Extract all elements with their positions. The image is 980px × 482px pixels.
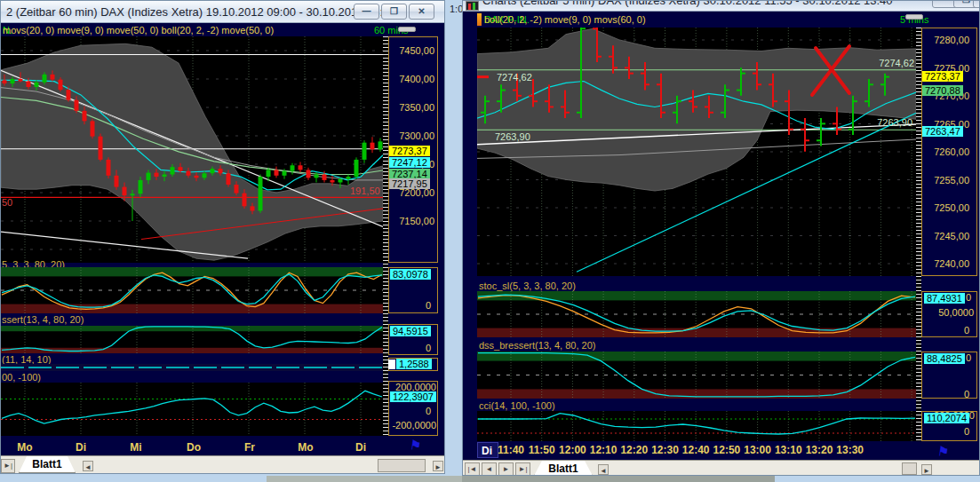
sheet-tab-blatt1[interactable]: Blatt1 <box>534 461 593 476</box>
right-window-titlebar[interactable]: Charts (Zeitbar 5 min) DAX (Indizes Xetr… <box>463 0 979 12</box>
right-main-chart-plot[interactable]: 7274,627263,907274,627263,90 <box>477 28 916 276</box>
right-cci-plot[interactable] <box>477 411 916 441</box>
price-marker-gray: 7217,95 <box>389 178 430 189</box>
left-ratio-plot[interactable] <box>1 364 383 371</box>
price-axis-label: 7450,00 <box>388 45 434 56</box>
axis-top-fragment: 0 <box>966 292 971 303</box>
tab-next-button[interactable]: ► <box>498 462 514 476</box>
sheet-tab-blatt1[interactable]: Blatt1 <box>19 456 76 473</box>
cci-value-chip: 122,3907 <box>390 391 436 402</box>
axis-bottom: 0 <box>964 426 969 437</box>
price-marker-green: 7270,88 <box>922 85 963 96</box>
day-axis-label: Mo <box>292 441 319 454</box>
scroll-right-button[interactable]: ► <box>921 464 932 475</box>
axis-bottom: 0 <box>426 343 431 353</box>
price-axis-label: 7280,00 <box>921 35 969 45</box>
background-window-fragment <box>462 476 775 482</box>
right-tab-bar: |◄ ◄ ► ►| Blatt1 ◄ ► <box>463 460 980 476</box>
tab-last-button[interactable]: ►| <box>1 459 15 473</box>
pane-label-dss: ssert(13, 4, 80, 20) <box>2 314 84 325</box>
price-axis-label: 7250,00 <box>921 202 969 213</box>
price-axis-label: 7240,00 <box>921 258 969 269</box>
tab-first-button[interactable]: |◄ <box>465 462 480 476</box>
time-axis-label: 11:50 <box>527 444 557 456</box>
left-stoc-plot[interactable] <box>1 267 383 313</box>
time-axis-label: 12:30 <box>650 444 681 456</box>
time-axis-label: 13:10 <box>773 444 803 456</box>
stoc-value-chip: 87,4931 <box>924 293 965 304</box>
scroll-right-button[interactable]: ► <box>433 461 443 471</box>
axis-bottom: -200,0000 <box>386 420 436 431</box>
price-axis-label: 7150,00 <box>388 216 434 226</box>
axis-bottom: 0 <box>964 389 969 399</box>
time-axis-label: 12:40 <box>681 444 711 456</box>
axis-mid: 0 <box>426 406 431 416</box>
tab-last-button[interactable]: ►| <box>515 462 530 476</box>
pane-label-cci: 00, -100) <box>2 372 41 383</box>
time-axis-label: 12:20 <box>619 444 649 456</box>
svg-text:7263,90: 7263,90 <box>495 131 530 142</box>
right-window-title: Charts (Zeitbar 5 min) DAX (Indizes Xetr… <box>482 0 893 7</box>
left-cci-plot[interactable] <box>1 383 383 436</box>
day-axis-label: Fr <box>236 441 263 454</box>
dss-value-chip: 88,4825 <box>924 353 965 364</box>
mini-scroll-thumb[interactable] <box>398 27 416 32</box>
stoc-value-chip: 83,0978 <box>390 269 431 280</box>
tab-prev-button[interactable]: ◄ <box>482 462 497 476</box>
left-tab-bar: ►| Blatt1 ◄ ► <box>1 455 444 474</box>
active-chart-marker <box>477 13 482 26</box>
price-marker-yellow: 7273,37 <box>922 71 963 82</box>
right-stoc-plot[interactable] <box>477 291 916 337</box>
axis-top-fragment: 0 <box>966 352 971 363</box>
day-axis-label: Di <box>68 441 94 454</box>
close-button[interactable]: ✕ <box>973 0 980 8</box>
right-dss-plot[interactable] <box>477 352 916 399</box>
scroll-left-button[interactable]: ◄ <box>83 461 93 471</box>
pane-label-dss-bressert: dss_bressert(13, 4, 80, 20) <box>479 340 595 351</box>
restore-button[interactable]: ❐ <box>381 4 407 20</box>
price-marker-cyan: 7263,47 <box>922 126 963 137</box>
day-axis-label: Mi <box>123 441 149 454</box>
day-axis-label: Mo <box>12 441 38 454</box>
time-axis-label: 11:40 <box>496 444 526 456</box>
time-axis-label: 13:20 <box>804 444 834 456</box>
price-axis-label: 7350,00 <box>388 102 434 113</box>
axis-mid: 50,0000 <box>925 307 974 318</box>
pane-label-cci: cci(14, 100, -100) <box>479 400 555 411</box>
time-axis-label: 13:00 <box>743 444 773 456</box>
left-main-chart-plot[interactable]: 191,5050 <box>1 36 383 263</box>
price-axis-label: 7300,00 <box>388 130 434 141</box>
pane-label-stoc-sl: stoc_sl(5, 3, 3, 80, 20) <box>479 281 576 291</box>
price-axis-label: 7245,00 <box>921 231 969 241</box>
h-scrollbar-thumb[interactable] <box>378 459 426 472</box>
mini-scroll-thumb[interactable] <box>905 14 923 20</box>
left-dss-plot[interactable] <box>1 326 383 353</box>
svg-text:191,50: 191,50 <box>350 186 380 196</box>
right-chart-window: Charts (Zeitbar 5 min) DAX (Indizes Xetr… <box>462 0 980 476</box>
dss-value-chip: 94,5915 <box>390 326 431 336</box>
price-axis-label: 7255,00 <box>921 175 969 186</box>
time-axis-label: 12:50 <box>712 444 742 456</box>
pin-icon[interactable]: ⚑ <box>936 443 951 461</box>
close-button[interactable]: ✕ <box>409 4 434 20</box>
day-axis-label: Di <box>347 441 374 454</box>
scroll-end-block <box>388 360 395 369</box>
scroll-left-button[interactable]: ◄ <box>598 464 609 475</box>
cci-value-chip: 110,2074 <box>924 413 969 423</box>
price-marker-yellow: 7273,37 <box>389 146 430 156</box>
indicator-list: boll(20, 2, -2) move(9, 0) movs(60, 0) <box>484 14 646 25</box>
price-axis-label: 7260,00 <box>921 146 969 157</box>
time-axis-label: 12:00 <box>557 444 587 456</box>
background-window-fragment <box>267 476 462 482</box>
svg-text:7274,62: 7274,62 <box>879 58 914 68</box>
svg-text:7274,62: 7274,62 <box>497 72 532 83</box>
svg-text:50: 50 <box>2 197 12 208</box>
axis-bottom: 0 <box>426 300 431 311</box>
h-scrollbar-thumb[interactable] <box>902 462 917 475</box>
left-window-title: 2 (Zeitbar 60 min) DAX (Indizes Xetra) 1… <box>6 5 396 19</box>
minimize-button[interactable]: — <box>354 4 379 20</box>
window-chart-icon <box>466 1 479 11</box>
pin-icon[interactable]: ⚑ <box>409 437 423 454</box>
indicator-list: movs(20, 0) move(9, 0) move(50, 0) boll(… <box>3 25 274 36</box>
axis-bottom: 0 <box>964 325 969 336</box>
